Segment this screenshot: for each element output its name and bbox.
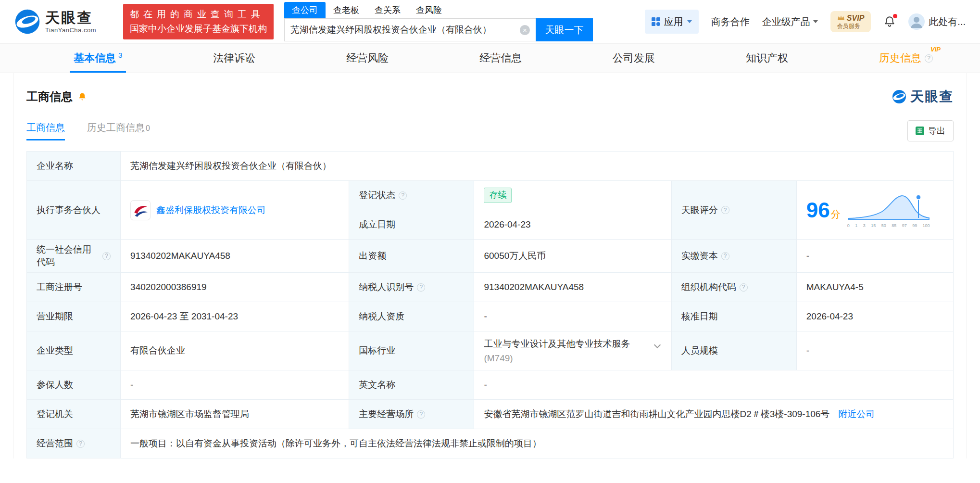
tianyancha-logo[interactable]: 天眼查 TianYanCha.com	[14, 9, 96, 35]
help-icon[interactable]	[417, 283, 425, 292]
help-icon[interactable]	[417, 410, 425, 419]
label-text: 实缴资本	[681, 250, 718, 262]
search-tab-boss[interactable]: 查老板	[326, 2, 367, 18]
svip-title: SVIP	[847, 14, 864, 23]
label-text: 天眼评分	[681, 204, 718, 216]
registration-authority-value: 芜湖市镜湖区市场监督管理局	[121, 400, 349, 429]
apps-menu-button[interactable]: 应用	[645, 10, 699, 34]
tab-operation-risk[interactable]: 经营风险	[342, 44, 392, 73]
help-icon[interactable]	[740, 283, 748, 292]
help-icon[interactable]	[721, 206, 729, 214]
subtab-label: 历史工商信息	[87, 122, 145, 133]
establish-date-label: 成立日期	[349, 210, 474, 240]
taxpayer-qualification-value: -	[474, 302, 671, 331]
avatar	[908, 13, 925, 30]
label-text: 主要经营场所	[359, 408, 414, 420]
search-tab-risk[interactable]: 查风险	[408, 2, 450, 18]
tab-intellectual-property[interactable]: 知识产权	[742, 44, 792, 73]
score-marker	[916, 195, 921, 200]
tab-label: 法律诉讼	[213, 51, 255, 65]
notifications-button[interactable]	[883, 15, 896, 28]
paid-capital-label: 实缴资本	[671, 240, 796, 273]
capital-label: 出资额	[349, 240, 474, 273]
search-tab-company[interactable]: 查公司	[284, 2, 326, 18]
establish-date-value: 2026-04-23	[474, 210, 671, 240]
table-row: 经营范围 一般项目：以自有资金从事投资活动（除许可业务外，可自主依法经营法律法规…	[27, 429, 954, 458]
tab-operation-info[interactable]: 经营信息	[476, 44, 526, 73]
help-icon[interactable]	[102, 252, 111, 260]
search-tab-relation[interactable]: 查关系	[367, 2, 408, 18]
tab-label: 经营风险	[346, 51, 389, 65]
tab-history-info[interactable]: 历史信息 VIP	[875, 44, 937, 73]
export-label: 导出	[928, 125, 945, 137]
approval-date-value: 2026-04-23	[796, 302, 953, 331]
tab-label: 历史信息	[879, 51, 921, 65]
staff-size-label: 人员规模	[671, 331, 796, 370]
taxpayer-qualification-label: 纳税人资质	[349, 302, 474, 331]
tab-company-development[interactable]: 公司发展	[609, 44, 659, 73]
org-code-value: MAKAUYA4-5	[796, 273, 953, 302]
address-text: 安徽省芜湖市镜湖区范罗山街道吉和街雨耕山文化产业园内思楼D2＃楼3楼-309-1…	[484, 408, 829, 420]
credit-code-value: 91340202MAKAUYA458	[121, 240, 349, 273]
subscribe-bell-icon[interactable]	[77, 92, 87, 102]
score-curve	[847, 192, 930, 220]
registration-number-value: 340202000386919	[121, 273, 349, 302]
vip-badge: VIP	[930, 46, 941, 53]
label-text: 纳税人识别号	[359, 281, 414, 293]
clear-search-icon[interactable]	[520, 25, 530, 35]
help-icon[interactable]	[925, 54, 933, 63]
capital-value: 60050万人民币	[474, 240, 671, 273]
nearby-companies-link[interactable]: 附近公司	[838, 408, 875, 420]
subtab-history-business-info[interactable]: 历史工商信息0	[87, 121, 150, 140]
registration-status-label: 登记状态	[349, 181, 474, 210]
chevron-down-icon[interactable]	[654, 342, 661, 348]
table-row: 执行事务合伙人 鑫盛利保股权投资有限公司 登记状态 存续	[27, 181, 954, 210]
registration-authority-label: 登记机关	[27, 400, 121, 429]
executive-partner-value: 鑫盛利保股权投资有限公司	[121, 181, 349, 240]
label-text: 统一社会信用代码	[37, 243, 99, 268]
business-scope-value: 一般项目：以自有资金从事投资活动（除许可业务外，可自主依法经营法律法规非禁止或限…	[121, 429, 954, 458]
tab-label: 知识产权	[746, 51, 788, 65]
search-area: 查公司 查老板 查关系 查风险 天眼一下	[284, 2, 593, 41]
subtab-business-info[interactable]: 工商信息	[26, 121, 65, 140]
tab-legal-proceedings[interactable]: 法律诉讼	[209, 44, 259, 73]
table-row: 企业名称 芜湖信发建兴纾困股权投资合伙企业（有限合伙）	[27, 152, 954, 181]
tianyan-score-value: 96 分 01 315 5085	[796, 181, 953, 240]
label-text: 组织机构代码	[681, 281, 736, 293]
org-code-label: 组织机构代码	[671, 273, 796, 302]
search-input[interactable]	[290, 25, 520, 35]
industry-label: 国标行业	[349, 331, 474, 370]
score-distribution-chart: 01 315 5085 9799 100	[847, 192, 930, 228]
score-unit: 分	[831, 208, 841, 221]
export-button[interactable]: 导出	[907, 120, 954, 141]
industry-name: 工业与专业设计及其他专业技术服务	[484, 338, 647, 350]
help-icon[interactable]	[76, 440, 85, 448]
industry-code: (M749)	[484, 353, 647, 364]
tab-basic-info[interactable]: 基本信息 3	[70, 44, 126, 73]
partner-company-link[interactable]: 鑫盛利保股权投资有限公司	[156, 204, 266, 216]
watermark-brand: 天眼查	[910, 88, 954, 106]
enterprise-products-link[interactable]: 企业级产品	[762, 15, 818, 28]
subtab-count: 0	[146, 124, 150, 132]
industry-value: 工业与专业设计及其他专业技术服务 (M749)	[474, 331, 671, 370]
help-icon[interactable]	[721, 252, 729, 260]
table-row: 参保人数 - 英文名称 -	[27, 370, 954, 400]
excel-icon	[916, 127, 924, 135]
content-card: 工商信息 天眼查 工商信息 历史工商信息0 导出	[13, 73, 967, 458]
company-nav-tabs: 基本信息 3 法律诉讼 经营风险 经营信息 公司发展 知识产权 历史信息 VIP	[0, 43, 980, 73]
business-cooperation-link[interactable]: 商务合作	[711, 15, 750, 28]
company-type-value: 有限合伙企业	[121, 331, 349, 370]
insured-count-value: -	[121, 370, 349, 400]
search-button[interactable]: 天眼一下	[536, 18, 593, 41]
help-icon[interactable]	[399, 191, 407, 200]
apps-grid-icon	[652, 17, 660, 26]
svip-subtitle: 会员服务	[837, 23, 864, 29]
promo-banner: 都在用的商业查询工具 国家中小企业发展子基金旗下机构	[123, 4, 274, 39]
business-info-table: 企业名称 芜湖信发建兴纾困股权投资合伙企业（有限合伙） 执行事务合伙人 鑫盛利保…	[26, 151, 954, 458]
brand-domain: TianYanCha.com	[45, 27, 96, 34]
user-menu[interactable]: 此处有...	[908, 13, 966, 30]
svip-member-button[interactable]: SVIP 会员服务	[830, 11, 871, 33]
label-text: 登记状态	[359, 189, 395, 202]
tianyancha-swoosh-icon	[892, 89, 906, 104]
score-number: 96	[806, 200, 830, 221]
